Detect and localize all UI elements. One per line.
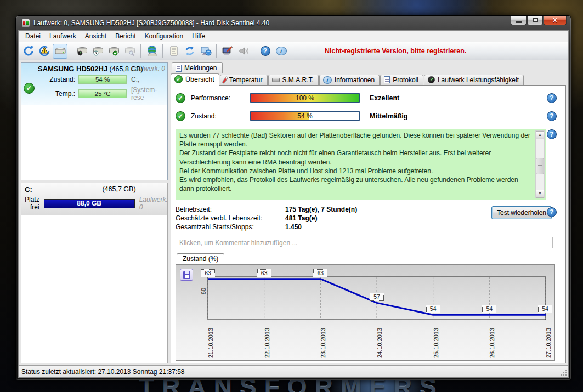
scroll-thumb[interactable] (536, 158, 544, 174)
performance-label: Performance: (185, 94, 250, 102)
health-chart-tab[interactable]: Zustand (%) (177, 253, 224, 264)
menu-laufwerk[interactable]: Laufwerk (45, 31, 81, 41)
maximize-button[interactable] (527, 16, 543, 25)
stat-label: Betriebszeit: (176, 205, 285, 214)
partition-item[interactable]: C: (465,7 GB) Platz frei 88,0 GB Laufwer… (21, 183, 167, 215)
tab-meldungen[interactable]: Meldungen (172, 62, 223, 73)
report-icon[interactable] (166, 44, 181, 59)
drive-temp-label: Temp.: (39, 90, 78, 98)
tab-smart[interactable]: S.M.A.R.T. (268, 75, 319, 86)
chart-x-tick-label: 21.10.2013 (207, 322, 214, 358)
menu-hilfe[interactable]: Hilfe (188, 31, 210, 41)
help-glyph: ? (261, 46, 270, 56)
detect-warning-icon[interactable] (37, 44, 52, 59)
tab-label: Temperatur (229, 76, 263, 84)
minimize-icon (516, 21, 522, 23)
chart-value-label: 54 (482, 305, 496, 313)
status-message: Es wird empfohlen, das Protokoll des Lau… (179, 175, 531, 193)
menu-bar: Datei Laufwerk Ansicht Bericht Konfigura… (19, 31, 568, 42)
drive-volume-name: [System-rese (127, 86, 165, 101)
drive-stats: Betriebszeit:175 Tag(e), 7 Stunde(n) Ges… (176, 205, 357, 231)
menu-datei[interactable]: Datei (21, 31, 45, 41)
drive-name: SAMSUNG HD502HJ (38, 65, 107, 73)
retest-button[interactable]: Test wiederholen (491, 206, 552, 219)
toolbar-separator (216, 44, 217, 58)
chart-value-label: 63 (201, 269, 215, 277)
remote-monitor-icon[interactable] (198, 44, 213, 59)
performance-help-icon[interactable]: ? (547, 93, 557, 103)
tab-informationen[interactable]: i Informationen (319, 75, 380, 86)
close-button[interactable]: X (544, 16, 567, 25)
sync-icon[interactable] (182, 44, 197, 59)
disk-clock-icon[interactable] (90, 44, 105, 59)
web-disk-icon[interactable] (144, 44, 159, 59)
menu-konfiguration[interactable]: Konfiguration (140, 31, 188, 41)
scroll-down-icon[interactable]: ▼ (536, 190, 544, 198)
help-icon[interactable]: ? (258, 44, 273, 59)
disk-search-icon[interactable] (122, 44, 137, 59)
messages-icon (176, 65, 182, 72)
partition-letter: C: (25, 185, 74, 194)
smart-icon (272, 78, 280, 82)
partition-drive-number: Laufwerk: 0 (139, 196, 168, 211)
info-balloon-icon: i (323, 76, 332, 84)
health-help-icon[interactable]: ? (547, 111, 557, 121)
minimize-button[interactable] (511, 16, 527, 25)
title-bar[interactable]: Laufwerk: 0, SAMSUNG HD502HJ [S20BJ9GZ50… (18, 16, 569, 30)
sidebar: Laufwerk: 0 SAMSUNG HD502HJ (465,8 GB) ✓… (21, 62, 168, 363)
status-message: Bei der Kommunikation zwischen Platte un… (179, 167, 531, 175)
stat-label: Geschätzte verbl. Lebenszeit: (176, 214, 285, 223)
disk-check-icon[interactable] (106, 44, 121, 59)
disk-gauge-icon[interactable] (75, 44, 89, 59)
sounds-icon[interactable] (236, 44, 251, 59)
toolbar-separator (162, 44, 163, 58)
configuration-icon[interactable] (220, 44, 235, 59)
tab-label: S.M.A.R.T. (282, 76, 314, 84)
comment-input[interactable] (176, 237, 553, 248)
toolbar-separator (140, 44, 141, 58)
chart-x-tick-label: 23.10.2013 (320, 322, 327, 358)
info-icon[interactable]: i (274, 44, 288, 59)
retest-help-icon[interactable]: ? (547, 207, 557, 217)
health-chart-panel: 6363635754545421.10.201322.10.201323.10.… (176, 264, 555, 361)
chart-x-tick-label: 27.10.2013 (545, 322, 552, 358)
scroll-up-icon[interactable]: ▲ (536, 131, 544, 139)
disk-overview-icon[interactable] (53, 44, 67, 59)
refresh-icon[interactable] (21, 44, 36, 59)
chart-x-tick-label: 26.10.2013 (489, 322, 496, 358)
menu-ansicht[interactable]: Ansicht (81, 31, 111, 41)
partition-size: (465,7 GB) (74, 185, 164, 194)
drive-partitions: C:, (127, 76, 165, 83)
tab-leistungsfaehigkeit[interactable]: Laufwerk Leistungsfähigkeit (424, 75, 524, 86)
maximize-icon (533, 18, 538, 22)
resize-grip[interactable] (561, 370, 567, 376)
thermometer-icon (222, 76, 228, 83)
partition-free-label: Platz frei (25, 196, 44, 211)
toolbar-separator (71, 44, 71, 58)
drive-list-item[interactable]: Laufwerk: 0 SAMSUNG HD502HJ (465,8 GB) ✓… (21, 63, 167, 105)
tab-uebersicht[interactable]: ✓ Übersicht (171, 73, 219, 86)
drive-list: Laufwerk: 0 SAMSUNG HD502HJ (465,8 GB) ✓… (21, 62, 168, 180)
stat-value: 1.450 (285, 223, 302, 231)
tab-label: Laufwerk Leistungsfähigkeit (438, 76, 519, 84)
performance-gauge-icon (428, 76, 435, 83)
tab-protokoll[interactable]: Protokoll (380, 75, 423, 86)
health-meter: 54 % (250, 111, 360, 121)
message-scrollbar[interactable]: ▲ ▼ (535, 130, 545, 198)
messages-help-icon[interactable]: ? (547, 129, 557, 139)
partition-free-value: 88,0 GB (44, 200, 134, 208)
window-title: Laufwerk: 0, SAMSUNG HD502HJ [S20BJ9GZ50… (33, 19, 269, 27)
status-message-box: Es wurden 77 schlechte (Bad) Sektoren au… (176, 129, 546, 200)
drive-status-ok-icon: ✓ (24, 83, 35, 94)
chart-y-tick-label: 60 (200, 285, 207, 298)
tab-temperatur[interactable]: Temperatur (220, 75, 268, 86)
chart-value-label: 57 (370, 293, 384, 301)
toolbar-separator (254, 44, 254, 58)
menu-bericht[interactable]: Bericht (111, 31, 140, 41)
close-icon: X (553, 17, 557, 24)
status-text: Status zuletzt aktualisiert: 27.10.2013 … (21, 368, 185, 376)
chart-value-label: 54 (426, 305, 440, 313)
tab-strip: ✓ Übersicht Temperatur S.M.A.R.T. i Info… (171, 73, 566, 86)
registration-link[interactable]: Nicht-registrierte Version, bitte regist… (325, 47, 466, 55)
drive-health-bar: 54 % (78, 75, 127, 84)
